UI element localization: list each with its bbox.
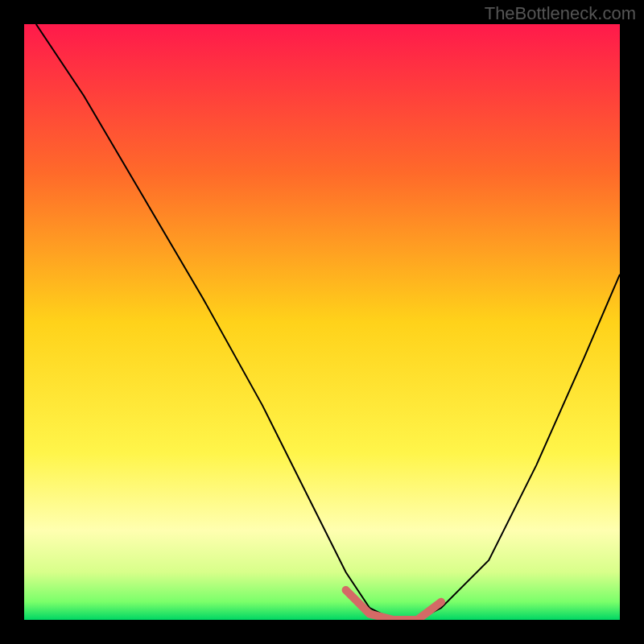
chart-container xyxy=(24,24,620,620)
bottleneck-chart xyxy=(24,24,620,620)
watermark-text: TheBottleneck.com xyxy=(485,3,636,24)
gradient-background xyxy=(24,24,620,620)
